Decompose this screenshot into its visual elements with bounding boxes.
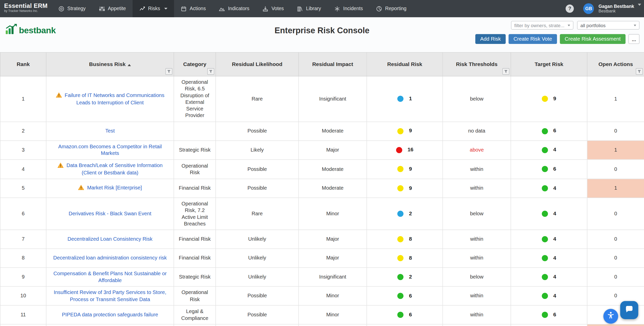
target-risk-dot [542,274,548,280]
filter-icon[interactable] [165,68,172,75]
residual-risk-value: 2 [409,274,412,280]
owners-filter-select[interactable]: filter by owners, strate... [511,21,573,29]
residual-risk-dot [397,96,403,102]
nav-item-votes[interactable]: Votes [256,0,290,17]
risk-link[interactable]: Data Breach/Leak of Sensitive Informatio… [66,162,163,176]
nav-item-appetite[interactable]: Appetite [92,0,132,17]
table-row: 1 Failure of IT Networks and Communicati… [0,76,644,122]
bestbank-logo[interactable]: bestbank [5,24,56,37]
nav-item-strategy[interactable]: Strategy [52,0,92,17]
column-header-residual-risk[interactable]: Residual Risk [367,52,443,76]
target-risk-dot [542,293,548,299]
residual-risk-cell: 1 [367,76,443,122]
filter-row: filter by owners, strate... all portfoli… [511,21,639,29]
nav-item-indicators[interactable]: Indicators [212,0,256,17]
impact-cell: Major [299,230,367,249]
create-risk-vote-button[interactable]: Create Risk Vote [509,34,557,44]
risk-table: Rank Business Risk Category Residual Lik… [0,52,644,326]
residual-risk-value: 2 [409,210,412,216]
nav-item-incidents[interactable]: Incidents [328,0,369,17]
avatar[interactable]: GB [583,3,594,14]
target-risk-cell: 9 [511,76,587,122]
column-header-open-actions[interactable]: Open Actions [587,52,644,76]
threshold-cell: below [443,76,511,122]
threshold-cell: within [443,159,511,179]
nav-item-actions[interactable]: Actions [174,0,212,17]
residual-risk-cell: 6 [367,286,443,305]
more-options-button[interactable]: ... [629,34,640,44]
nav-item-risks[interactable]: Risks [132,0,174,17]
business-risk-cell: Market Risk [Enterprise] [46,179,174,198]
impact-cell: Major [299,249,367,267]
nav-item-library[interactable]: Library [290,0,328,17]
rank-cell: 3 [0,140,46,159]
risk-link[interactable]: PIPEDA data protection safeguards failur… [62,312,158,318]
risk-link[interactable]: Insufficient Review of 3rd Party Service… [54,290,166,302]
chevron-down-icon [568,24,570,26]
residual-risk-cell: 6 [367,324,443,326]
filter-icon[interactable] [636,68,643,75]
target-risk-dot [542,236,548,242]
chevron-down-icon [164,8,167,9]
target-risk-cell: 4 [511,249,587,267]
risk-link[interactable]: Compensation & Benefit Plans Not Sustain… [53,271,166,283]
nav-items: Strategy Appetite Risks Actions Indicato… [52,0,413,17]
category-cell: Financial Risk [174,249,216,267]
risk-link[interactable]: Amazon.com Becomes a Competitor in Retai… [58,144,162,156]
open-actions-cell: 0 [587,249,644,267]
target-risk-cell: 4 [511,198,587,230]
create-risk-assessment-button[interactable]: Create Risk Assessment [560,34,625,44]
open-actions-cell: 2 [587,324,644,326]
residual-risk-value: 9 [409,185,412,191]
warning-icon [57,162,63,170]
rank-cell: 6 [0,198,46,230]
app-brand[interactable]: Essential ERM by Tracker Networks Inc. [0,0,52,17]
column-header-risk-thresholds[interactable]: Risk Thresholds [443,52,511,76]
burst-icon [334,6,340,12]
residual-risk-cell: 8 [367,230,443,249]
risk-link[interactable]: Market Risk [Enterprise] [87,185,142,191]
open-actions-cell: 0 [587,122,644,140]
column-header-category[interactable]: Category [174,52,216,76]
impact-cell: Insignificant [299,268,367,286]
nav-item-label: Appetite [108,6,126,12]
business-risk-cell: Insufficient Review of 3rd Party Service… [46,286,174,305]
user-menu-caret-icon[interactable] [638,4,641,6]
help-button[interactable]: ? [566,5,574,13]
column-header-rank[interactable]: Rank [0,52,46,76]
residual-risk-dot [397,128,403,134]
column-header-business-risk[interactable]: Business Risk [46,52,174,76]
residual-risk-dot [397,185,403,191]
filter-icon[interactable] [207,68,214,75]
impact-cell: Minor [299,305,367,324]
likelihood-cell: Rare [216,76,299,122]
accessibility-button[interactable] [603,309,618,323]
impact-cell: Moderate [299,122,367,140]
books-icon [297,6,303,12]
risk-link[interactable]: Failure of IT Networks and Communication… [65,92,164,105]
risk-link[interactable]: Test [105,128,115,134]
rank-cell: 9 [0,268,46,286]
mountain-icon [219,6,225,12]
chat-button[interactable] [620,301,638,319]
impact-cell: Minor [299,286,367,305]
target-risk-value: 4 [553,274,556,280]
nav-item-reporting[interactable]: Reporting [369,0,413,17]
column-header-residual-impact[interactable]: Residual Impact [299,52,367,76]
open-actions-cell: 1 [587,179,644,198]
page-header: bestbank Enterprise Risk Console filter … [0,17,644,52]
likelihood-cell: Rare [216,198,299,230]
threshold-cell: no data [443,122,511,140]
table-row: 6 Derivatives Risk - Black Swan Event Op… [0,198,644,230]
app-root: Essential ERM by Tracker Networks Inc. S… [0,0,644,326]
filter-icon[interactable] [502,68,509,75]
add-risk-button[interactable]: Add Risk [475,34,506,44]
likelihood-cell: Possible [216,122,299,140]
user-info[interactable]: Gagan Bestbank Bestbank [599,4,634,14]
risk-link[interactable]: Decentralized loan administration consis… [53,255,167,261]
risk-link[interactable]: Derivatives Risk - Black Swan Event [69,211,151,217]
column-header-target-risk[interactable]: Target Risk [511,52,587,76]
column-header-residual-likelihood[interactable]: Residual Likelihood [216,52,299,76]
risk-link[interactable]: Decentralized Loan Consistency Risk [67,236,152,242]
portfolio-filter-select[interactable]: all portfolios [577,21,639,29]
